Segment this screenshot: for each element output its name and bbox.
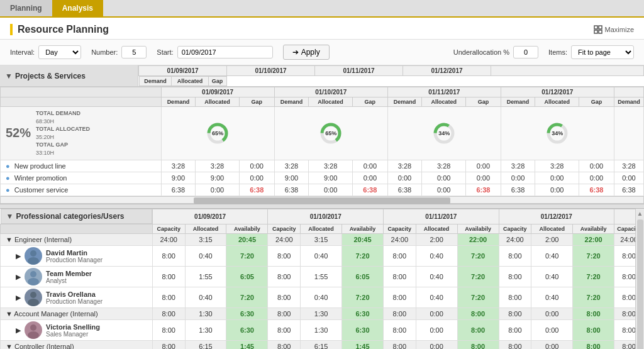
to-cap2: 8:00 bbox=[268, 287, 301, 308]
vs-avail2: 6:30 bbox=[342, 320, 384, 341]
svg-rect-1 bbox=[599, 26, 602, 29]
svg-point-18 bbox=[30, 324, 36, 331]
p2-g2: 0:00 bbox=[352, 172, 387, 184]
vs-cap3: 8:00 bbox=[383, 320, 416, 341]
underallocation-group: Underallocation % bbox=[453, 46, 538, 58]
tm-alloc4: 0:40 bbox=[531, 267, 573, 287]
projects-toggle[interactable]: ▼ bbox=[5, 72, 13, 80]
page-title-area: Resource Planning bbox=[10, 24, 109, 35]
proj2-name: Winter promotion bbox=[14, 174, 67, 182]
number-input[interactable] bbox=[121, 46, 147, 58]
proj1-name: New product line bbox=[14, 162, 66, 170]
controller-category-row: ▼ Controller (Internal) 8:00 6:15 1:45 8… bbox=[1, 341, 644, 349]
u-cap-2: Capacity bbox=[268, 224, 301, 234]
david-info: David Martin Production Manager bbox=[46, 249, 103, 263]
projects-title: Projects & Services bbox=[15, 72, 86, 80]
eng-alloc2: 3:15 bbox=[301, 234, 342, 246]
start-date-input[interactable] bbox=[177, 46, 273, 58]
eng-cap1: 24:00 bbox=[152, 234, 185, 246]
p2-extra: 0:00 bbox=[614, 172, 643, 184]
projects-subheader-row: Demand Allocated Gap Demand Allocated Ga… bbox=[1, 97, 644, 107]
dm-avail3: 7:20 bbox=[457, 246, 499, 267]
p1-extra: 3:28 bbox=[614, 160, 643, 172]
david-name: David Martin bbox=[46, 249, 103, 257]
tab-analysis[interactable]: Analysis bbox=[52, 0, 103, 16]
sub-alloc-4: Allocated bbox=[535, 97, 579, 107]
u-alloc-3: Allocated bbox=[416, 224, 457, 234]
ctrl-toggle[interactable]: ▼ bbox=[6, 343, 14, 349]
tm-expand[interactable]: ▶ bbox=[16, 273, 21, 281]
vs-expand[interactable]: ▶ bbox=[16, 326, 21, 335]
to-alloc3: 0:40 bbox=[416, 287, 457, 308]
ctrl-cap2: 8:00 bbox=[268, 341, 301, 349]
users-date4: 01/12/2017 bbox=[499, 209, 614, 224]
engineer-group-label: Engineer (Internal) bbox=[14, 236, 72, 243]
p1-g1: 0:00 bbox=[239, 160, 274, 172]
engineer-toggle[interactable]: ▼ bbox=[6, 236, 14, 243]
svg-point-14 bbox=[30, 271, 36, 277]
tm-info: Team Member Analyst bbox=[46, 270, 92, 284]
projects-section: ▼ Projects & Services 01/09/2017 01/10/2… bbox=[0, 65, 644, 204]
p3-d4: 6:38 bbox=[501, 184, 535, 196]
section-divider bbox=[0, 204, 644, 209]
p1-d2: 3:28 bbox=[274, 160, 309, 172]
vs-avail3: 8:00 bbox=[457, 320, 499, 341]
p2-d4: 0:00 bbox=[501, 172, 535, 184]
p3-extra: 6:38 bbox=[614, 184, 643, 196]
tm-alloc3: 0:40 bbox=[416, 267, 457, 287]
david-expand[interactable]: ▶ bbox=[16, 252, 21, 260]
am-avail2: 6:30 bbox=[342, 308, 384, 320]
u-cap-4: Capacity bbox=[499, 224, 531, 234]
p3-g4: 6:38 bbox=[579, 184, 614, 196]
u-alloc-2: Allocated bbox=[301, 224, 342, 234]
am-alloc2: 1:30 bbox=[301, 308, 342, 320]
donut-3-label: 34% bbox=[438, 130, 450, 136]
p2-a1: 9:00 bbox=[196, 172, 240, 184]
u-alloc-4: Allocated bbox=[531, 224, 573, 234]
tm-avail4: 7:20 bbox=[573, 267, 614, 287]
travis-expand[interactable]: ▶ bbox=[16, 294, 21, 302]
apply-button[interactable]: ➔ Apply bbox=[283, 45, 330, 60]
vs-avail1: 6:30 bbox=[226, 320, 268, 341]
user-row-team-member: ▶ Team Member Analyst 8:00 bbox=[1, 267, 644, 287]
sub-alloc-3: Allocated bbox=[422, 97, 466, 107]
ctrl-alloc4: 0:00 bbox=[531, 341, 573, 349]
travis-name: Travis Orellana bbox=[46, 291, 103, 298]
users-subheader-row: Capacity Allocated Availabily Capacity A… bbox=[1, 224, 644, 234]
projects-scrollbar[interactable] bbox=[0, 196, 644, 204]
number-group: Number: bbox=[91, 46, 147, 58]
to-alloc2: 0:40 bbox=[301, 287, 342, 308]
ctrl-alloc3: 0:00 bbox=[416, 341, 457, 349]
am-alloc1: 1:30 bbox=[185, 308, 226, 320]
donut-4-label: 34% bbox=[552, 130, 563, 136]
eng-cap2: 24:00 bbox=[268, 234, 301, 246]
interval-select[interactable]: Day bbox=[38, 45, 81, 59]
vs-alloc2: 1:30 bbox=[301, 320, 342, 341]
u-alloc-1: Allocated bbox=[185, 224, 226, 234]
vs-role: Sales Manager bbox=[46, 331, 100, 338]
u-avail-1: Availabily bbox=[226, 224, 268, 234]
ctrl-group-label: Controller (Internal) bbox=[14, 343, 74, 349]
tm-cap2: 8:00 bbox=[268, 267, 301, 287]
sub-demand-2: Demand bbox=[274, 97, 309, 107]
tm-avail2: 6:05 bbox=[342, 267, 384, 287]
tab-planning[interactable]: Planning bbox=[0, 0, 52, 16]
maximize-button[interactable]: Maximize bbox=[594, 25, 634, 34]
items-select[interactable]: Fit to page bbox=[571, 45, 634, 59]
p3-d3: 6:38 bbox=[387, 184, 422, 196]
ctrl-avail4: 8:00 bbox=[573, 341, 614, 349]
donut-1: 65% bbox=[162, 122, 274, 145]
sub-demand-4: Demand bbox=[501, 97, 535, 107]
project-row-1: ● New product line 3:28 3:28 0:00 3:28 3… bbox=[1, 160, 644, 172]
underallocation-input[interactable] bbox=[513, 46, 538, 58]
users-table: ▼ Professional categories/Users 01/09/20… bbox=[0, 209, 644, 349]
engineer-category-row: ▼ Engineer (Internal) 24:00 3:15 20:45 2… bbox=[1, 234, 644, 246]
svg-rect-2 bbox=[594, 30, 597, 33]
p1-d3: 3:28 bbox=[387, 160, 422, 172]
vertical-scrollbar[interactable]: ▲ ▼ bbox=[635, 209, 644, 349]
am-toggle[interactable]: ▼ bbox=[6, 310, 14, 318]
users-toggle[interactable]: ▼ bbox=[6, 212, 14, 221]
p3-g2: 6:38 bbox=[352, 184, 387, 196]
donut-2: 65% bbox=[275, 122, 387, 145]
proj3-icon: ● bbox=[6, 186, 10, 194]
